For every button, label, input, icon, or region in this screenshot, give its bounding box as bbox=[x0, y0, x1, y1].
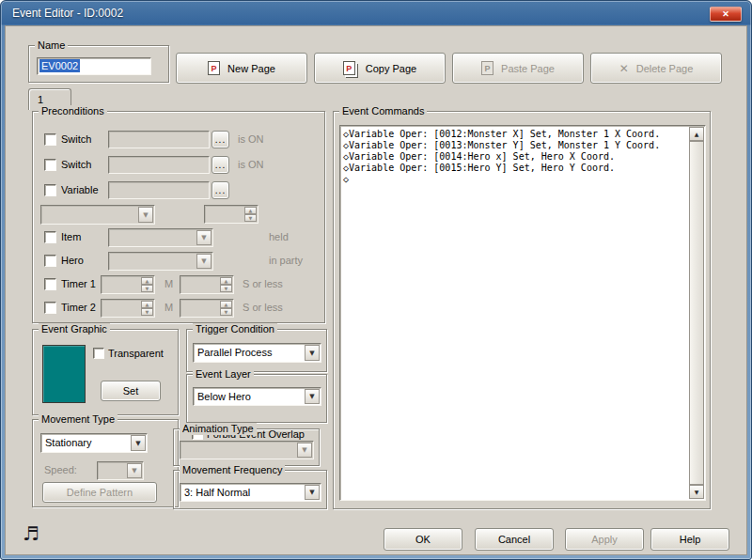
animation-type-select: ▼ bbox=[180, 441, 314, 459]
scroll-down-icon[interactable]: ▼ bbox=[689, 485, 704, 499]
spin-up-icon: ▲ bbox=[220, 301, 232, 308]
switch2-checkbox[interactable] bbox=[44, 159, 56, 171]
event-commands-scrollbar[interactable]: ▲ ▼ bbox=[689, 127, 704, 499]
scrollbar-thumb[interactable] bbox=[689, 141, 704, 485]
item-checkbox[interactable] bbox=[44, 231, 56, 243]
chevron-down-icon: ▼ bbox=[196, 254, 212, 269]
copy-page-label: Copy Page bbox=[366, 63, 416, 74]
switch2-label: Switch bbox=[61, 159, 91, 171]
timer2-checkbox[interactable] bbox=[44, 302, 56, 314]
switch1-checkbox[interactable] bbox=[44, 133, 56, 146]
define-pattern-button: Define Pattern bbox=[42, 482, 157, 503]
variable-browse-button[interactable]: ... bbox=[212, 181, 229, 199]
cancel-button[interactable]: Cancel bbox=[475, 528, 554, 551]
set-graphic-button[interactable]: Set bbox=[101, 381, 161, 401]
paste-page-button: P Paste Page bbox=[452, 53, 584, 84]
help-label: Help bbox=[680, 534, 701, 545]
item-label: Item bbox=[61, 231, 81, 243]
spin-up-icon: ▲ bbox=[244, 207, 257, 214]
switch1-label: Switch bbox=[61, 133, 91, 146]
chevron-down-icon: ▼ bbox=[305, 389, 320, 404]
timer2-seconds-spin-buttons: ▲▼ bbox=[220, 301, 232, 316]
chevron-down-icon: ▼ bbox=[131, 435, 146, 451]
spin-down-icon: ▼ bbox=[244, 214, 257, 222]
switch1-field bbox=[108, 131, 210, 148]
new-page-button[interactable]: P New Page bbox=[176, 53, 307, 84]
event-layer-group: Event Layer Below Hero ▼ bbox=[186, 374, 327, 423]
timer2-suffix: S or less bbox=[243, 302, 283, 314]
chevron-down-icon: ▼ bbox=[305, 485, 320, 500]
animation-type-label: Animation Type bbox=[180, 423, 257, 435]
event-command-line[interactable]: ◇ bbox=[343, 174, 686, 185]
trigger-condition-group: Trigger Condition Parallel Process ▼ bbox=[186, 329, 327, 372]
event-command-line[interactable]: ◇Variable Oper: [0015:Hero Y] Set, Hero … bbox=[343, 163, 686, 174]
delete-page-icon: ✕ bbox=[619, 62, 629, 75]
timer2-minutes-spinner: ▲▼ bbox=[101, 299, 155, 318]
chevron-down-icon: ▼ bbox=[305, 345, 320, 361]
close-button[interactable]: ✕ bbox=[710, 7, 742, 22]
help-button[interactable]: Help bbox=[650, 528, 729, 551]
event-command-line[interactable]: ◇Variable Oper: [0012:Monster X] Set, Mo… bbox=[343, 129, 686, 140]
timer1-label: Timer 1 bbox=[61, 278, 96, 290]
variable-field bbox=[108, 181, 210, 199]
event-commands-group: Event Commands ◇Variable Oper: [0012:Mon… bbox=[333, 111, 711, 509]
name-group: Name EV0002 bbox=[28, 45, 169, 83]
event-graphic-group: Event Graphic Transparent Set bbox=[32, 329, 179, 415]
speed-select: ▼ bbox=[97, 461, 144, 480]
cancel-label: Cancel bbox=[498, 534, 530, 545]
paste-page-label: Paste Page bbox=[501, 63, 555, 74]
timer2-minutes-label: M bbox=[164, 302, 173, 314]
dialog-body: Name EV0002 P New Page P Copy Page P Pas… bbox=[5, 25, 747, 555]
timer2-seconds-spinner: ▲▼ bbox=[180, 299, 234, 318]
scroll-up-icon[interactable]: ▲ bbox=[689, 127, 704, 141]
timer2-minutes-spin-buttons: ▲▼ bbox=[141, 301, 153, 316]
name-input[interactable]: EV0002 bbox=[37, 57, 151, 75]
apply-label: Apply bbox=[591, 534, 618, 545]
hero-checkbox[interactable] bbox=[44, 255, 56, 267]
paste-page-icon-letter: P bbox=[485, 64, 491, 73]
chevron-down-icon: ▼ bbox=[138, 207, 153, 223]
switch2-browse-label: ... bbox=[215, 160, 226, 170]
set-graphic-label: Set bbox=[123, 385, 139, 397]
movement-type-select[interactable]: Stationary ▼ bbox=[40, 433, 148, 453]
event-command-line[interactable]: ◇Variable Oper: [0014:Hero x] Set, Hero … bbox=[343, 151, 686, 163]
event-command-line[interactable]: ◇Variable Oper: [0013:Monster Y] Set, Mo… bbox=[343, 140, 686, 151]
copy-page-button[interactable]: P Copy Page bbox=[314, 53, 446, 84]
switch2-browse-button[interactable]: ... bbox=[212, 156, 229, 174]
preconditions-group: Preconditions Switch ... is ON Switch ..… bbox=[32, 111, 325, 323]
transparent-checkbox[interactable] bbox=[93, 348, 104, 359]
timer1-suffix: S or less bbox=[243, 278, 283, 290]
trigger-condition-select[interactable]: Parallel Process ▼ bbox=[193, 343, 321, 363]
spin-down-icon: ▼ bbox=[220, 285, 232, 292]
event-layer-select[interactable]: Below Hero ▼ bbox=[193, 387, 321, 406]
hero-label: Hero bbox=[61, 255, 84, 267]
variable-value-spinner: ▲▼ bbox=[204, 205, 258, 224]
spin-up-icon: ▲ bbox=[220, 277, 232, 285]
switch1-browse-button[interactable]: ... bbox=[212, 131, 229, 148]
delete-page-button: ✕ Delete Page bbox=[590, 53, 722, 84]
event-graphic-preview[interactable] bbox=[42, 345, 86, 403]
ok-label: OK bbox=[415, 534, 431, 545]
spin-down-icon: ▼ bbox=[141, 285, 153, 292]
ok-button[interactable]: OK bbox=[384, 528, 462, 551]
spin-down-icon: ▼ bbox=[141, 308, 153, 316]
chevron-down-icon: ▼ bbox=[196, 230, 212, 245]
timer1-checkbox[interactable] bbox=[44, 278, 56, 290]
name-group-label: Name bbox=[35, 39, 68, 52]
timer1-minutes-spin-buttons: ▲▼ bbox=[141, 277, 153, 292]
item-select: ▼ bbox=[108, 228, 213, 247]
preconditions-label: Preconditions bbox=[39, 105, 107, 117]
variable-checkbox[interactable] bbox=[44, 184, 56, 196]
event-editor-window: Event Editor - ID:0002 ✕ Name EV0002 P N… bbox=[0, 0, 752, 560]
switch2-suffix: is ON bbox=[238, 159, 264, 171]
timer2-label: Timer 2 bbox=[61, 302, 96, 314]
movement-frequency-label: Movement Frequency bbox=[180, 464, 285, 476]
copy-page-icon-letter: P bbox=[346, 64, 352, 73]
new-page-icon-letter: P bbox=[212, 64, 217, 73]
spin-up-icon: ▲ bbox=[141, 301, 153, 308]
event-commands-list[interactable]: ◇Variable Oper: [0012:Monster X] Set, Mo… bbox=[339, 125, 706, 501]
movement-frequency-select[interactable]: 3: Half Normal ▼ bbox=[180, 483, 321, 502]
variable-value-spin-buttons: ▲▼ bbox=[244, 207, 257, 222]
music-note-icon: ♬ bbox=[23, 522, 39, 545]
titlebar[interactable]: Event Editor - ID:0002 ✕ bbox=[1, 1, 751, 25]
